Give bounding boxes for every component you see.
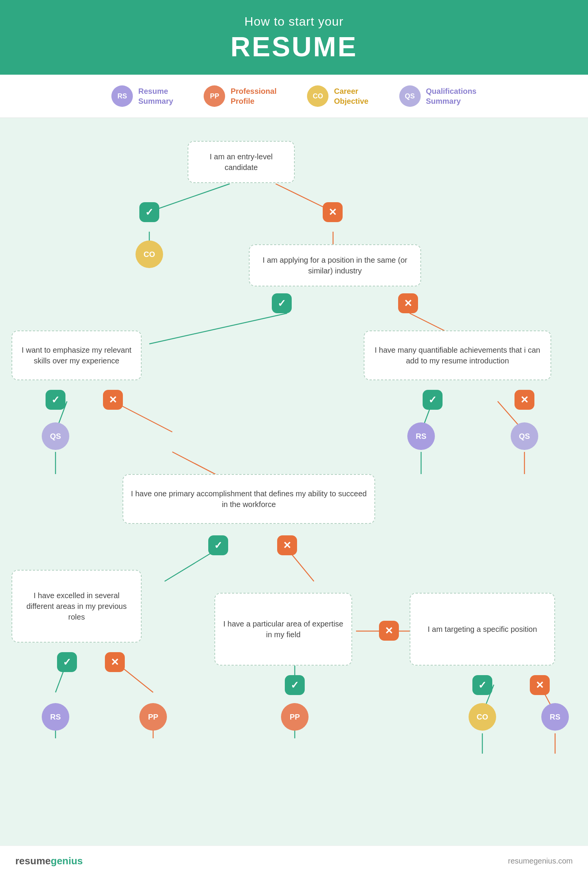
decision-accomp-no: ✕ bbox=[277, 535, 297, 555]
decision-industry-no: ✕ bbox=[398, 293, 418, 313]
legend-bar: RS ResumeSummary PP ProfessionalProfile … bbox=[0, 75, 588, 118]
decision-industry-yes: ✓ bbox=[272, 293, 292, 313]
decision-targeting-no: ✕ bbox=[530, 675, 550, 695]
result-rs-3: RS bbox=[541, 703, 569, 731]
node-same-industry: I am applying for a position in the same… bbox=[249, 244, 421, 286]
decision-entry-yes: ✓ bbox=[139, 202, 159, 222]
legend-item-pp: PP ProfessionalProfile bbox=[204, 85, 276, 107]
header-title: RESUME bbox=[8, 31, 580, 62]
legend-label-qs: QualificationsSummary bbox=[426, 86, 477, 106]
node-emphasize-skills: I want to emphasize my relevant skills o… bbox=[11, 330, 142, 380]
page-header: How to start your RESUME bbox=[0, 0, 588, 75]
decision-targeting-yes: ✓ bbox=[472, 675, 492, 695]
result-co-2: CO bbox=[469, 703, 496, 731]
legend-label-co: CareerObjective bbox=[334, 86, 368, 106]
result-pp-1: PP bbox=[139, 703, 167, 731]
decision-accomp-yes: ✓ bbox=[208, 535, 228, 555]
legend-item-qs: QS QualificationsSummary bbox=[399, 85, 477, 107]
badge-rs: RS bbox=[111, 85, 133, 107]
decision-excelled-yes: ✓ bbox=[57, 652, 77, 672]
decision-expertise-yes: ✓ bbox=[285, 675, 305, 695]
legend-label-pp: ProfessionalProfile bbox=[230, 86, 276, 106]
result-co-1: CO bbox=[136, 240, 163, 268]
flowchart-area: I am an entry-level candidate ✓ ✕ CO I a… bbox=[0, 118, 588, 846]
svg-line-4 bbox=[149, 313, 287, 344]
legend-label-rs: ResumeSummary bbox=[138, 86, 173, 106]
result-pp-2: PP bbox=[281, 703, 309, 731]
decision-excelled-no: ✕ bbox=[105, 652, 125, 672]
node-expertise: I have a particular area of expertise in… bbox=[214, 593, 352, 666]
decision-expertise-no: ✕ bbox=[379, 621, 399, 641]
decision-quant-no: ✕ bbox=[514, 390, 534, 410]
badge-pp: PP bbox=[204, 85, 225, 107]
node-one-accomplishment: I have one primary accomplishment that d… bbox=[122, 474, 375, 524]
node-quantifiable: I have many quantifiable achievements th… bbox=[364, 330, 551, 380]
svg-line-0 bbox=[149, 184, 230, 212]
badge-co: CO bbox=[307, 85, 328, 107]
result-rs-1: RS bbox=[407, 422, 435, 450]
footer-url: resumegenius.com bbox=[508, 857, 573, 865]
result-qs-1: QS bbox=[42, 422, 69, 450]
decision-skills-yes: ✓ bbox=[46, 390, 65, 410]
decision-entry-no: ✕ bbox=[323, 202, 343, 222]
node-excelled: I have excelled in several different are… bbox=[11, 570, 142, 643]
node-targeting: I am targeting a specific position bbox=[410, 593, 555, 666]
legend-item-co: CO CareerObjective bbox=[307, 85, 368, 107]
decision-skills-no: ✕ bbox=[103, 390, 123, 410]
node-entry: I am an entry-level candidate bbox=[188, 141, 295, 183]
badge-qs: QS bbox=[399, 85, 421, 107]
page-footer: resumegenius resumegenius.com bbox=[0, 846, 588, 876]
legend-item-rs: RS ResumeSummary bbox=[111, 85, 173, 107]
result-qs-2: QS bbox=[511, 422, 538, 450]
result-rs-2: RS bbox=[42, 703, 69, 731]
decision-quant-yes: ✓ bbox=[423, 390, 443, 410]
footer-logo: resumegenius bbox=[15, 855, 83, 867]
header-subtitle: How to start your bbox=[8, 15, 580, 29]
